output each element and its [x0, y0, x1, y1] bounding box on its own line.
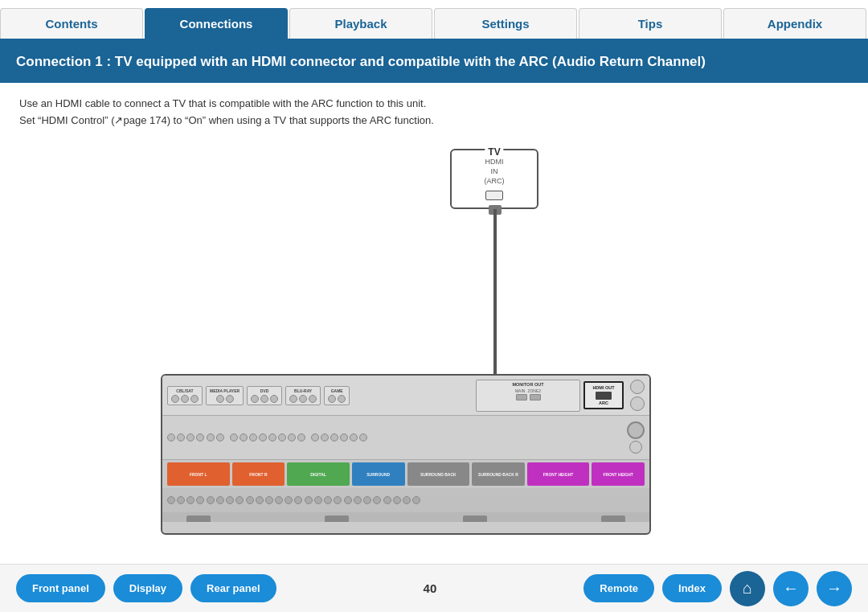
home-button[interactable]: ⌂	[730, 571, 765, 606]
input-section-4: BLU-RAY	[285, 386, 321, 405]
remote-button[interactable]: Remote	[583, 574, 654, 602]
front-height-strip: FRONT HEIGHT	[527, 462, 590, 486]
cable-line	[493, 209, 497, 394]
panel-top: CBL/SAT MEDIA PLAYER DVD	[162, 376, 649, 416]
hdmi-port-label: HDMIIN(ARC)	[485, 158, 505, 186]
rear-panel-button[interactable]: Rear panel	[190, 574, 276, 602]
tv-box: TV HDMIIN(ARC)	[450, 149, 538, 209]
forward-button[interactable]: →	[817, 571, 852, 606]
panel-bottom-colored: FRONT L FRONT R DIGITAL SURROUND SURROUN…	[162, 460, 649, 488]
digital-strip: DIGITAL	[287, 462, 350, 486]
hdmi-out-label: HDMI OUT	[589, 385, 618, 390]
input-section-5: GAME	[324, 386, 350, 405]
speaker-ports	[162, 488, 649, 512]
surround-l-strip: SURROUND	[352, 462, 405, 486]
navigation-tabs: Contents Connections Playback Settings T…	[0, 0, 868, 41]
hdmi-out-port	[596, 392, 612, 400]
input-section-3: DVD	[247, 386, 282, 405]
receiver-feet	[162, 512, 649, 522]
description-line2: Set “HDMI Control” (↗page 174) to “On” w…	[19, 113, 849, 129]
hdmi-port-icon	[485, 191, 503, 200]
surround-back-r-strip: SURROUND BACK R	[472, 462, 525, 486]
front-height-r-strip: FRONT HEIGHT	[592, 462, 645, 486]
tab-contents[interactable]: Contents	[0, 8, 143, 39]
page-header: Connection 1 : TV equipped with an HDMI …	[0, 41, 868, 83]
audio-ports	[167, 433, 624, 442]
page-title: Connection 1 : TV equipped with an HDMI …	[16, 54, 706, 69]
tv-label: TV	[485, 146, 503, 158]
back-button[interactable]: ←	[773, 571, 809, 606]
tab-tips[interactable]: Tips	[579, 8, 722, 39]
surround-back-strip: SURROUND BACK	[407, 462, 470, 486]
home-icon: ⌂	[743, 579, 752, 598]
tab-connections[interactable]: Connections	[145, 8, 288, 39]
bottom-navigation: Front panel Display Rear panel 40 Remote…	[0, 564, 868, 612]
monitor-out-section: MONITOR OUT MAIN ZONE2	[476, 380, 580, 412]
right-controls	[630, 380, 645, 411]
tab-appendix[interactable]: Appendix	[723, 8, 866, 39]
tab-settings[interactable]: Settings	[434, 8, 577, 39]
receiver-diagram: CBL/SAT MEDIA PLAYER DVD	[161, 374, 651, 535]
input-section-2: MEDIA PLAYER	[206, 386, 244, 405]
front-panel-button[interactable]: Front panel	[16, 574, 105, 602]
forward-icon: →	[826, 579, 842, 598]
page-number: 40	[285, 581, 576, 595]
diagram-area: TV HDMIIN(ARC) CBL/SAT ME	[0, 141, 868, 519]
front-l-strip: FRONT L	[167, 462, 230, 486]
arc-label: ARC	[589, 400, 618, 405]
content-area: Use an HDMI cable to connect a TV that i…	[0, 83, 868, 138]
display-button[interactable]: Display	[113, 574, 182, 602]
panel-container: CBL/SAT MEDIA PLAYER DVD	[161, 374, 651, 535]
tab-playback[interactable]: Playback	[289, 8, 432, 39]
hdmi-out-section: HDMI OUT ARC	[583, 381, 624, 409]
index-button[interactable]: Index	[662, 574, 722, 602]
panel-middle	[162, 416, 649, 460]
front-r-strip: FRONT R	[232, 462, 285, 486]
description-line1: Use an HDMI cable to connect a TV that i…	[19, 96, 849, 113]
input-section-1: CBL/SAT	[167, 386, 203, 405]
back-icon: ←	[783, 579, 799, 598]
